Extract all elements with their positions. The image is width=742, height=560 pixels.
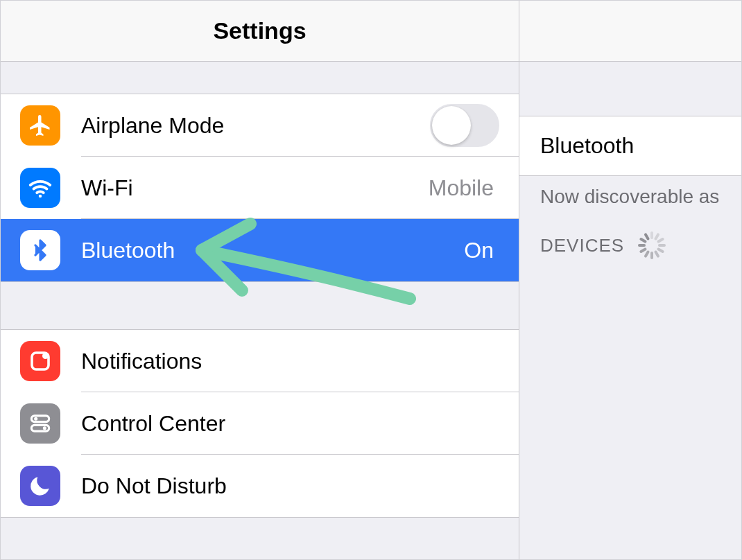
bluetooth-label: Bluetooth <box>81 238 175 263</box>
airplane-label: Airplane Mode <box>81 113 224 139</box>
row-do-not-disturb[interactable]: Do Not Disturb <box>1 455 519 517</box>
wifi-value: Mobile <box>429 175 494 201</box>
detail-pane: Bluetooth Now discoverable as DEVICES <box>519 1 741 559</box>
settings-group-system: Notifications Control Center Do Not Dist… <box>1 329 519 518</box>
airplane-icon <box>20 105 60 146</box>
bluetooth-value: On <box>464 238 494 263</box>
settings-screen: Settings Airplane Mode Wi-Fi <box>0 0 742 560</box>
wifi-icon <box>20 168 60 208</box>
page-title: Settings <box>213 17 306 44</box>
svg-point-0 <box>39 195 42 198</box>
svg-rect-3 <box>31 416 49 422</box>
row-wifi[interactable]: Wi-Fi Mobile <box>1 157 519 219</box>
notifications-icon <box>20 341 60 381</box>
detail-bluetooth-row[interactable]: Bluetooth <box>519 116 741 176</box>
discoverable-text: Now discoverable as <box>519 176 741 231</box>
section-gap <box>1 62 519 94</box>
do-not-disturb-icon <box>20 466 60 506</box>
bluetooth-icon <box>20 230 60 270</box>
airplane-toggle[interactable] <box>430 104 499 147</box>
row-bluetooth[interactable]: Bluetooth On <box>1 219 519 281</box>
spinner-icon <box>638 231 666 259</box>
devices-section-header: DEVICES <box>519 231 741 259</box>
wifi-label: Wi-Fi <box>81 175 133 201</box>
control-center-icon <box>20 403 60 444</box>
notifications-label: Notifications <box>81 349 202 374</box>
devices-title: DEVICES <box>540 235 624 256</box>
dnd-label: Do Not Disturb <box>81 473 227 499</box>
detail-title: Bluetooth <box>540 133 634 158</box>
svg-point-6 <box>43 426 46 430</box>
control-center-label: Control Center <box>81 411 225 437</box>
row-airplane-mode[interactable]: Airplane Mode <box>1 94 519 157</box>
section-gap <box>1 282 519 329</box>
svg-point-2 <box>42 353 49 359</box>
settings-group-connectivity: Airplane Mode Wi-Fi Mobile Bluetooth <box>1 94 519 282</box>
svg-point-4 <box>34 417 37 421</box>
settings-sidebar: Settings Airplane Mode Wi-Fi <box>1 1 519 559</box>
row-notifications[interactable]: Notifications <box>1 330 519 392</box>
section-gap <box>519 62 741 116</box>
detail-header <box>519 1 741 62</box>
row-control-center[interactable]: Control Center <box>1 392 519 455</box>
sidebar-header: Settings <box>1 1 519 62</box>
